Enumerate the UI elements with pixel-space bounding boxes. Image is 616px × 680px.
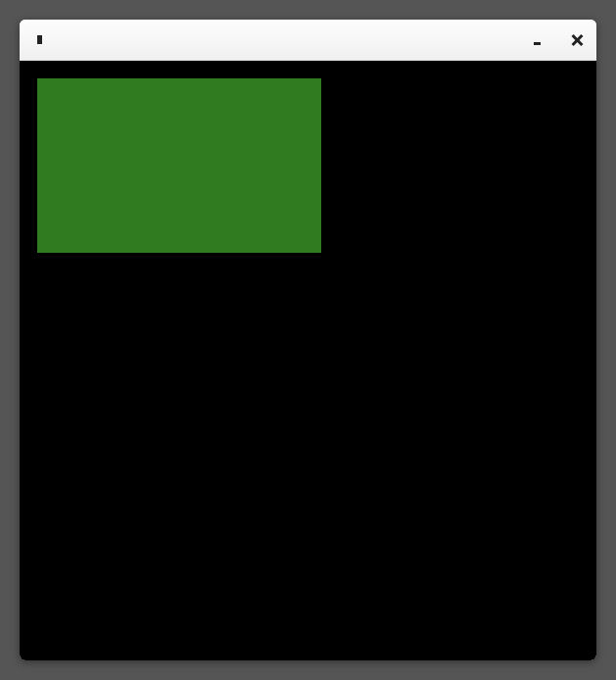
close-icon[interactable] [571, 34, 583, 46]
minimize-icon[interactable] [534, 35, 544, 45]
titlebar-left [33, 34, 53, 46]
rectangle-shape [37, 78, 321, 253]
titlebar[interactable] [20, 20, 596, 61]
app-icon [33, 34, 45, 46]
titlebar-right [534, 34, 583, 46]
application-window [20, 20, 596, 660]
canvas-area [20, 61, 596, 660]
